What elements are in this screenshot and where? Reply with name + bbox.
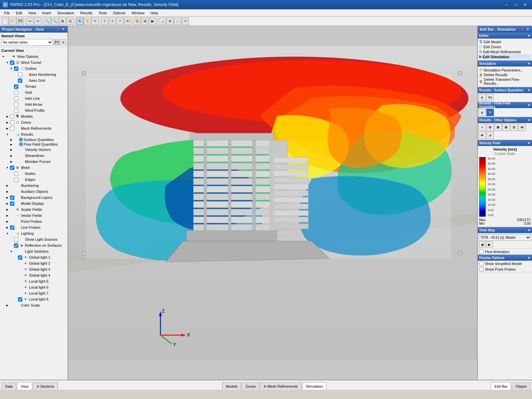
checkbox-grid[interactable] (14, 90, 18, 95)
time-step-select[interactable]: T078 - 43.51 [s], Master (479, 234, 531, 241)
tree-item-surface-quantities[interactable]: ▶Surface Quantities (9, 137, 66, 142)
tree-toggle-mesh-refinements[interactable]: ▶ (5, 126, 9, 130)
checkbox-inlet-arrow[interactable] (14, 102, 18, 107)
tree-toggle-lighting[interactable]: ▼ (5, 231, 9, 235)
menu-simulation[interactable]: Simulation (55, 10, 77, 16)
view-3d-button[interactable]: 3D (124, 18, 131, 25)
tree-item-nodes[interactable]: Nodes (9, 171, 66, 177)
tree-item-global-light-3[interactable]: ☀Global light 3 (13, 266, 66, 272)
tree-item-lighting[interactable]: ▼💡Lighting (5, 230, 66, 236)
zoom-out-button[interactable]: 🔍 (51, 18, 59, 25)
tree-item-background-layers[interactable]: ▶Background Layers (5, 195, 66, 200)
tree-toggle-outline[interactable]: ▼ (9, 66, 13, 70)
edit-mesh-item[interactable]: ⊞ Edit Mesh Refinements (479, 49, 531, 54)
tree-item-wind-tunnel[interactable]: ▼🏠Wind Tunnel (5, 60, 66, 66)
minimize-button[interactable]: ─ (502, 1, 511, 8)
tree-toggle-wind-tunnel[interactable]: ▼ (5, 61, 9, 65)
tree-item-terrain[interactable]: Terrain (9, 83, 66, 89)
view-side-button[interactable]: S (109, 18, 116, 25)
tree-toggle-member-forces[interactable]: ▶ (9, 160, 13, 164)
menu-view[interactable]: View (26, 10, 39, 16)
tree-toggle-light-switches[interactable]: ▼ (9, 249, 13, 253)
mesh-refinements-tab[interactable]: ⊞ Mesh Refinements (260, 382, 302, 390)
checkbox-mesh-refinements[interactable] (10, 126, 14, 131)
edit-zones-item[interactable]: ⬡ Edit Zones (479, 44, 531, 49)
flow-v-button[interactable]: V (486, 109, 494, 116)
zones-tab[interactable]: Zones (242, 382, 259, 390)
save-button[interactable]: 💾 (17, 18, 24, 25)
tree-item-model-display[interactable]: ▶Model Display (5, 200, 66, 206)
menu-help[interactable]: Help (148, 10, 161, 16)
right-panel-close-button[interactable]: ✕ (525, 27, 530, 32)
view-front-button[interactable]: F (101, 18, 108, 25)
checkbox-show-light-sources[interactable] (14, 237, 18, 242)
tree-item-velocity-vectors[interactable]: ▶Velocity Vectors (9, 147, 66, 153)
checkbox-terrain[interactable] (14, 84, 18, 89)
tree-item-member-forces[interactable]: ▶Member Forces (9, 159, 66, 165)
checkbox-axes-grid[interactable] (18, 78, 22, 83)
checkbox-wind-tunnel[interactable] (10, 61, 14, 65)
tree-item-edges[interactable]: Edges (9, 177, 66, 183)
other-btn-3[interactable]: ⊠ (494, 124, 502, 131)
contour-button[interactable]: ≋ (166, 18, 174, 25)
tree-toggle-model-display[interactable]: ▶ (5, 201, 9, 205)
redo-button[interactable]: ↪ (34, 18, 41, 25)
tree-item-wind-profile[interactable]: Wind Profile (9, 107, 66, 113)
checkbox-mesh[interactable] (10, 166, 14, 170)
panel-pin-button[interactable]: 📌 (56, 27, 60, 32)
tree-item-mesh[interactable]: ▼⊞Mesh (5, 165, 66, 171)
tree-item-show-light-sources[interactable]: Show Light Sources (9, 236, 66, 242)
tree-item-color-scale[interactable]: ▶Color Scale (5, 302, 66, 308)
models-tab[interactable]: Models (222, 382, 241, 390)
checkbox-models[interactable] (10, 114, 14, 119)
menu-edit[interactable]: Edit (13, 10, 25, 16)
maximize-button[interactable]: □ (511, 1, 520, 8)
edit-bar-tab[interactable]: Edit Bar (491, 382, 511, 390)
menu-options[interactable]: Options (110, 10, 128, 16)
checkbox-edges[interactable] (14, 178, 18, 182)
save-view-button[interactable]: 💾 (54, 39, 60, 45)
point-probes-checkbox[interactable] (479, 267, 483, 271)
tree-item-reflection-on-surfaces[interactable]: ◈Reflection on Surfaces (9, 242, 66, 248)
tree-item-line-probes[interactable]: ▶Line Probes (5, 224, 66, 230)
tree-item-global-light-2[interactable]: ☀Global light 2 (13, 260, 66, 266)
simulation-tab[interactable]: Simulation (302, 382, 327, 390)
checkbox-model-display[interactable] (10, 201, 14, 206)
surface-p-button[interactable]: p (478, 94, 486, 101)
tree-item-models[interactable]: ▶🏗Models (5, 113, 66, 119)
tree-toggle-results[interactable]: ▼ (5, 132, 9, 136)
tree-item-numbering[interactable]: ▶Numbering (5, 183, 66, 189)
delete-transient-item[interactable]: 🗑 Delete Transient Flow Results... (479, 77, 531, 86)
tree-item-axes-grid[interactable]: Axes Grid (13, 77, 66, 83)
data-tab[interactable]: Data (1, 382, 16, 390)
tree-toggle-line-probes[interactable]: ▶ (5, 225, 9, 229)
pan-button[interactable]: ✋ (84, 18, 91, 25)
zoom-select-button[interactable]: ⊡ (66, 18, 74, 25)
viewport[interactable]: Z X Y (68, 26, 477, 380)
tree-toggle-auxiliary-objects[interactable]: ▶ (5, 190, 9, 194)
tree-item-auxiliary-objects[interactable]: ▶Auxiliary Objects (5, 189, 66, 195)
other-btn-4[interactable]: ⊞ (502, 124, 510, 131)
edit-simulation-item[interactable]: ▶ Edit Simulation (479, 54, 531, 59)
tree-toggle-zones[interactable]: ▶ (5, 120, 9, 124)
tree-toggle-mesh[interactable]: ▼ (5, 166, 9, 170)
tree-toggle-models[interactable]: ▶ (5, 114, 9, 118)
delete-results-item[interactable]: 🗑 Delete Results (479, 72, 531, 77)
tree-toggle-vector-fields[interactable]: ▶ (5, 213, 9, 217)
tree-toggle-flow-field-quantities[interactable]: ▶ (9, 142, 13, 146)
zoom-in-button[interactable]: 🔍 (44, 18, 51, 25)
tree-item-view-options[interactable]: ▼👁View Options (1, 54, 66, 60)
tree-toggle-view-options[interactable]: ▼ (1, 55, 5, 59)
tree-item-zones[interactable]: ▶⬡Zones (5, 119, 66, 125)
tree-toggle-streamlines[interactable]: ▶ (9, 154, 13, 158)
checkbox-axes-numbering[interactable] (18, 72, 22, 77)
edit-model-item[interactable]: 🏗 Edit Model (479, 40, 531, 44)
tree-toggle-surface-quantities[interactable]: ▶ (9, 138, 13, 142)
time-prev-button[interactable]: ◀ (479, 241, 485, 247)
surface-cs-button[interactable]: Cs (486, 94, 494, 101)
rotate-button[interactable]: ↻ (76, 18, 83, 25)
tree-item-light-switches[interactable]: ▼Light Switches (9, 248, 66, 254)
tree-item-inlet-arrow[interactable]: Inlet Arrow (9, 101, 66, 107)
tree-item-outline[interactable]: ▼⬜Outline (9, 66, 66, 71)
tree-item-mesh-refinements[interactable]: ▶Mesh Refinements (5, 125, 66, 131)
